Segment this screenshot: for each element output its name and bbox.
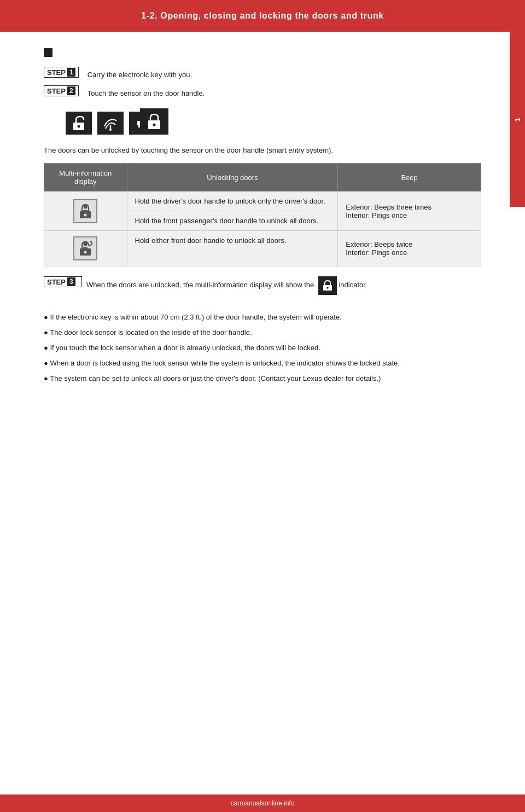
steps-area: STEP 1 Carry the electronic key with you… (44, 67, 481, 156)
step3-lock-svg (323, 280, 332, 291)
section-marker (44, 48, 52, 57)
unlocking-text-1: Hold the front passenger's door handle t… (127, 211, 338, 231)
step3-label: STEP 3 (44, 276, 82, 287)
info-table: Multi-information display Unlocking door… (44, 163, 481, 266)
header-bar: 1-2. Opening, closing and locking the do… (0, 0, 525, 32)
svg-point-13 (84, 242, 88, 246)
step2-row: STEP 2 Touch the sensor on the door hand… (44, 85, 481, 101)
svg-point-3 (109, 129, 112, 131)
beep-text-1: Exterior: Beeps twiceInterior: Pings onc… (338, 231, 481, 266)
footer-bar: carmanualsonline.info (0, 794, 525, 812)
body-text-5: ● The system can be set to unlock all do… (44, 373, 481, 385)
step3-row: STEP 3 When the doors are unlocked, the … (44, 276, 481, 295)
unlocking-text-1: Hold either front door handle to unlock … (127, 231, 338, 266)
unlock-icon-box (66, 112, 92, 135)
section-header (44, 48, 481, 57)
step3-lock-icon (318, 276, 337, 295)
lock-icon-box (140, 108, 168, 135)
step3-text: When the doors are unlocked, the multi-i… (86, 276, 481, 295)
additional-text-area: ● If the electronic key is within about … (44, 311, 481, 385)
svg-point-9 (84, 213, 87, 216)
intro-text: The doors can be unlocked by touching th… (44, 144, 481, 156)
table-row: Hold either front door handle to unlock … (44, 231, 481, 266)
body-text-1: ● If the electronic key is within about … (44, 311, 481, 323)
body-text-3: ● If you touch the lock sensor when a do… (44, 342, 481, 354)
col2-header: Unlocking doors (127, 164, 338, 192)
svg-point-12 (84, 251, 87, 254)
svg-point-15 (326, 287, 329, 289)
table-icon-cell-1 (44, 231, 127, 266)
step1-text: Carry the electronic key with you. (88, 71, 192, 79)
unlock-person-icon (73, 236, 97, 260)
signal-icon-box (97, 112, 124, 135)
lock-person-icon (73, 199, 97, 223)
body-text-4: ● When a door is locked using the lock s… (44, 357, 481, 369)
svg-point-10 (84, 205, 88, 208)
svg-point-7 (153, 124, 156, 126)
svg-point-1 (78, 125, 80, 128)
main-content: STEP 1 Carry the electronic key with you… (0, 32, 525, 405)
unlock-lock-icon (72, 115, 86, 131)
beep-text-0: Exterior: Beeps three timesInterior: Pin… (338, 192, 481, 231)
step1-label: STEP 1 (44, 67, 79, 78)
body-text-2: ● The door lock sensor is located on the… (44, 327, 481, 339)
unlocking-text-0: Hold the driver's door handle to unlock … (127, 192, 338, 211)
col1-header: Multi-information display (44, 164, 127, 192)
step1-row: STEP 1 Carry the electronic key with you… (44, 67, 481, 82)
step2-text: Touch the sensor on the door handle. (88, 89, 205, 97)
signal-icon (102, 115, 119, 131)
lock-icon (147, 113, 162, 130)
header-title: 1-2. Opening, closing and locking the do… (141, 11, 384, 21)
step2-label: STEP 2 (44, 85, 79, 96)
table-icon-cell-0 (44, 192, 127, 231)
col3-header: Beep (338, 164, 481, 192)
footer-text: carmanualsonline.info (231, 799, 295, 807)
step2-icons (66, 104, 481, 135)
table-row: Hold the driver's door handle to unlock … (44, 192, 481, 211)
